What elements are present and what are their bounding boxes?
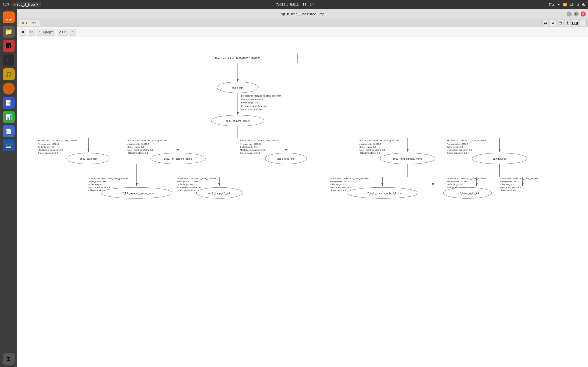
sidebar-item-files[interactable]: 📁 xyxy=(3,26,15,38)
edge-base-cam-recent: Most recent transform: 0.0 xyxy=(241,105,267,107)
close-button[interactable]: ✕ xyxy=(581,11,586,17)
toolbar: ⏹ ↻ ✓ Highlight ✓ Fit ↗ xyxy=(17,27,588,37)
recorded-text: Recorded at time: 1627010652.1767056 xyxy=(215,57,260,60)
highlight-label: Highlight xyxy=(42,30,53,34)
svg-text:Buffer length: 0.0: Buffer length: 0.0 xyxy=(177,183,193,186)
svg-text:Oldest transform: 0.0: Oldest transform: 0.0 xyxy=(447,152,467,154)
highlight-button[interactable]: ✓ Highlight xyxy=(36,29,55,35)
taskbar-app-label: rqt_tf_tree ✕ xyxy=(17,2,39,7)
svg-text:Most recent transform: 0.0: Most recent transform: 0.0 xyxy=(359,149,385,151)
taskbar-app-tab[interactable]: rqt_tf_tree ✕ xyxy=(11,2,41,7)
svg-text:Oldest transform: 0.0: Oldest transform: 0.0 xyxy=(240,152,260,154)
svg-text:Broadcaster: /zed2/zed2_state_: Broadcaster: /zed2/zed2_state_publisher xyxy=(177,177,216,180)
svg-text:Broadcaster: /zed2/zed2_state_: Broadcaster: /zed2/zed2_state_publisher xyxy=(447,139,486,142)
tab-dot xyxy=(22,22,24,24)
fit-button[interactable]: ✓ Fit xyxy=(57,29,68,35)
window-controls: ─ □ ✕ xyxy=(567,11,586,17)
sidebar: 🦊 📁 🅰 >_ 🎵 ❓ 📝 📊 📄 💻 ⊞ xyxy=(0,9,17,367)
right-optical-text: zed2_right_camera_optical_frame xyxy=(363,192,401,194)
svg-text:Broadcaster: /zed2/zed2_state_: Broadcaster: /zed2/zed2_state_publisher xyxy=(240,139,280,142)
svg-text:Buffer length: 0.0: Buffer length: 0.0 xyxy=(447,183,463,186)
svg-text:Buffer length: 0.0: Buffer length: 0.0 xyxy=(500,183,516,186)
svg-text:Oldest transform: 0.0: Oldest transform: 0.0 xyxy=(500,189,520,192)
svg-text:Average rate: 10000.0: Average rate: 10000.0 xyxy=(500,180,521,183)
content-area[interactable]: Recorded at time: 1627010652.1767056 bas… xyxy=(17,37,588,367)
window-action-buttons: 📷 🖼 💾 👤 ◧◨ -□- xyxy=(543,20,587,26)
svg-text:Average rate: 10000.0: Average rate: 10000.0 xyxy=(38,143,60,145)
svg-text:Average rate: 10000.0: Average rate: 10000.0 xyxy=(447,180,468,183)
svg-text:Buffer length: 0.0: Buffer length: 0.0 xyxy=(240,146,257,148)
maximize-button[interactable]: □ xyxy=(574,11,579,17)
svg-text:Broadcaster: /zed2/zed2_state_: Broadcaster: /zed2/zed2_state_publisher xyxy=(500,177,539,180)
svg-text:Average rate: 10000.0: Average rate: 10000.0 xyxy=(447,143,468,145)
taskbar-left: 活动 rqt_tf_tree ✕ xyxy=(3,2,41,7)
stop-button[interactable]: ⏹ xyxy=(19,29,26,35)
tf-tree-svg: Recorded at time: 1627010652.1767056 bas… xyxy=(17,37,588,367)
sidebar-item-text[interactable]: 📄 xyxy=(3,125,15,137)
icon-btn-1[interactable]: 📷 xyxy=(543,20,548,26)
lang-indicator[interactable]: 英文 xyxy=(549,2,555,7)
svg-text:Oldest transform: 0.0: Oldest transform: 0.0 xyxy=(38,152,58,154)
svg-text:Oldest transform: 0.0: Oldest transform: 0.0 xyxy=(330,189,350,192)
edge-base-cam-buffer: Buffer length: 0.0 xyxy=(241,101,258,104)
icon-btn-4[interactable]: 👤 xyxy=(565,20,571,26)
taskbar-right: 英文 ☀ 📶 🔊 ⚙ ⏻ xyxy=(549,2,585,7)
svg-text:Average rate: 10000.0: Average rate: 10000.0 xyxy=(177,180,199,183)
svg-text:Broadcaster: /zed2/zed2_state_: Broadcaster: /zed2/zed2_state_publisher xyxy=(330,177,369,180)
brightness-icon: ☀ xyxy=(557,3,561,6)
svg-text:Buffer length: 0.0: Buffer length: 0.0 xyxy=(447,146,463,148)
svg-text:(continued): (continued) xyxy=(493,157,506,160)
edge-base-cam-broadcaster: Broadcaster: /zed2/zed2_state_publisher xyxy=(241,94,281,97)
settings-icon[interactable]: ⚙ xyxy=(576,3,579,6)
sidebar-item-vscode[interactable]: 💻 xyxy=(3,140,15,151)
svg-text:Most recent transform: 0.0: Most recent transform: 0.0 xyxy=(447,149,472,151)
tab-bar: TF Tree 📷 🖼 💾 👤 ◧◨ -□- xyxy=(17,19,588,27)
camera-center-text: zed2_camera_center xyxy=(226,119,250,122)
svg-text:Oldest transform: 0.0: Oldest transform: 0.0 xyxy=(359,152,380,154)
sidebar-item-music[interactable]: 🎵 xyxy=(3,68,15,80)
svg-text:Buffer length: 0.0: Buffer length: 0.0 xyxy=(38,146,54,148)
refresh-button[interactable]: ↻ xyxy=(28,29,35,35)
base-link-text: base_link xyxy=(233,86,243,89)
minimize-button[interactable]: ─ xyxy=(567,11,572,17)
svg-text:Most recent transform: 0.0: Most recent transform: 0.0 xyxy=(38,149,63,151)
svg-text:Average rate: 10000.0: Average rate: 10000.0 xyxy=(330,180,351,183)
svg-text:Oldest transform: 0.0: Oldest transform: 0.0 xyxy=(177,189,197,192)
sidebar-item-terminal[interactable]: >_ xyxy=(3,54,15,66)
svg-text:Broadcaster: /zed2/zed2_state_: Broadcaster: /zed2/zed2_state_publisher xyxy=(38,139,78,142)
sidebar-item-firefox[interactable]: 🦊 xyxy=(3,11,15,23)
sidebar-item-writer[interactable]: 📝 xyxy=(3,97,15,109)
svg-text:Broadcaster: /zed2/zed2_state_: Broadcaster: /zed2/zed2_state_publisher xyxy=(128,139,167,142)
taskbar: 活动 rqt_tf_tree ✕ 7月23日 星期五，11：24 英文 ☀ 📶 … xyxy=(0,0,588,9)
export-button[interactable]: ↗ xyxy=(69,29,76,35)
sidebar-toggle[interactable]: ◧◨ xyxy=(572,20,578,26)
edge-base-cam-oldest: Oldest transform: 0.0 xyxy=(241,108,262,111)
window-title: rqt_tf_tree__RosTfTree - rqt xyxy=(281,12,324,16)
svg-text:Most recent transform: 0.0: Most recent transform: 0.0 xyxy=(128,149,153,151)
svg-text:Broadcaster: /zed2/zed2_state_: Broadcaster: /zed2/zed2_state_publisher xyxy=(359,139,399,142)
power-icon[interactable]: ⏻ xyxy=(582,3,585,6)
svg-text:Most recent transform: 0.0: Most recent transform: 0.0 xyxy=(177,186,202,189)
right-camera-frame-text: zed2_right_camera_frame xyxy=(393,157,422,160)
svg-text:Average rate: 10000.0: Average rate: 10000.0 xyxy=(88,180,110,183)
baro-link-text: zed2_baro_link xyxy=(80,157,97,160)
perspective-btn[interactable]: -□- xyxy=(579,20,587,26)
svg-text:Buffer length: 0.0: Buffer length: 0.0 xyxy=(359,146,376,148)
volume-icon: 🔊 xyxy=(570,3,573,6)
tab-tf-tree[interactable]: TF Tree xyxy=(19,20,40,26)
temp-right-text: zed2_temp_right_link xyxy=(456,192,480,194)
svg-text:Most recent transform: 0.0: Most recent transform: 0.0 xyxy=(240,149,266,151)
fit-check: ✓ xyxy=(59,30,61,34)
sidebar-item-apps[interactable]: 🅰 xyxy=(3,40,15,52)
icon-btn-3[interactable]: 💾 xyxy=(557,20,563,26)
svg-text:Buffer length: 0.0: Buffer length: 0.0 xyxy=(128,146,144,148)
sidebar-item-grid[interactable]: ⊞ xyxy=(3,353,15,365)
icon-btn-2[interactable]: 🖼 xyxy=(550,20,556,26)
svg-text:Average rate: 10000.0: Average rate: 10000.0 xyxy=(359,143,381,145)
edge-base-cam-rate: Average rate: 10000.0 xyxy=(241,98,263,100)
sidebar-item-calc[interactable]: 📊 xyxy=(3,111,15,123)
svg-text:Most recent transform: 0.0: Most recent transform: 0.0 xyxy=(500,186,525,189)
sidebar-item-help[interactable]: ❓ xyxy=(3,83,15,94)
activities-label[interactable]: 活动 xyxy=(3,2,10,7)
mag-link-text: zed2_mag_link xyxy=(277,157,294,160)
